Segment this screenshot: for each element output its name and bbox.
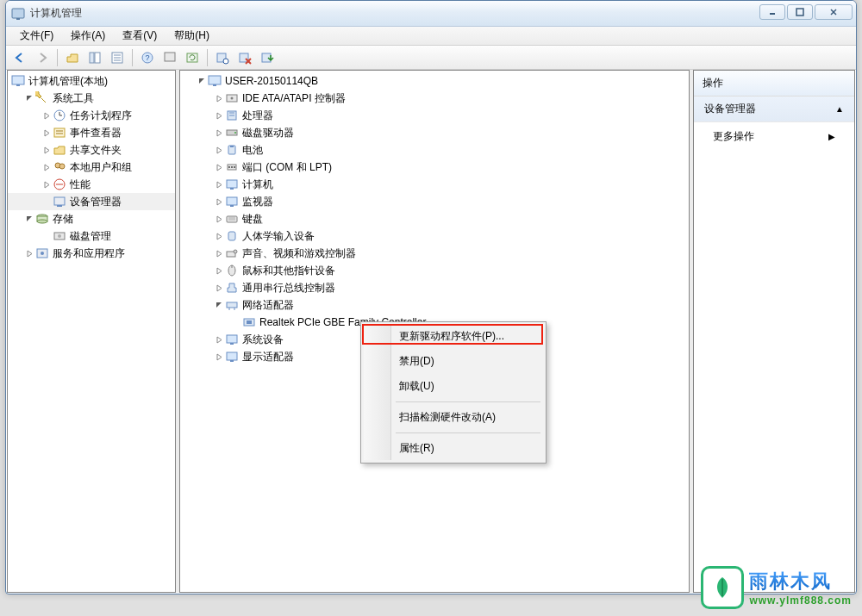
collapse-icon[interactable]: [25, 94, 34, 103]
cm-uninstall[interactable]: 卸载(U): [363, 374, 544, 399]
collapse-icon[interactable]: [197, 77, 206, 85]
show-hide-tree-button[interactable]: [84, 47, 105, 68]
cm-sep: [396, 432, 540, 433]
category-network-adapters[interactable]: 网络适配器: [180, 296, 689, 314]
tree-item-event-viewer[interactable]: 事件查看器: [8, 124, 175, 141]
actions-section[interactable]: 设备管理器 ▲: [694, 96, 854, 122]
device-category[interactable]: 计算机: [180, 176, 689, 193]
device-category[interactable]: 电池: [180, 141, 689, 159]
uninstall-device-button[interactable]: [234, 47, 255, 68]
window-title: 计算机管理: [30, 6, 82, 21]
menu-view[interactable]: 查看(V): [114, 27, 166, 45]
svg-rect-58: [227, 180, 237, 188]
computer-mgmt-icon: [11, 74, 25, 88]
expand-icon[interactable]: [215, 215, 223, 223]
device-cat-icon: [225, 212, 239, 226]
device-category[interactable]: IDE ATA/ATAPI 控制器: [180, 90, 689, 107]
device-cat-icon: [225, 126, 239, 140]
expand-icon[interactable]: [215, 266, 223, 275]
device-category[interactable]: 键盘: [180, 210, 689, 227]
tree-item-disk-mgmt[interactable]: 磁盘管理: [8, 227, 175, 245]
device-category[interactable]: 磁盘驱动器: [180, 124, 689, 141]
expand-icon[interactable]: [215, 283, 223, 292]
tree-item-performance[interactable]: 性能: [8, 176, 175, 193]
device-category[interactable]: 监视器: [180, 193, 689, 210]
up-level-button[interactable]: [62, 47, 83, 68]
expand-icon[interactable]: [42, 111, 51, 120]
svg-rect-76: [230, 343, 234, 345]
refresh-button[interactable]: [182, 47, 203, 68]
expand-icon[interactable]: [215, 197, 223, 206]
expand-icon[interactable]: [215, 94, 223, 103]
tree-item-device-manager[interactable]: 设备管理器: [8, 193, 175, 210]
menu-action[interactable]: 操作(A): [62, 27, 114, 45]
tree-item-task-scheduler[interactable]: 任务计划程序: [8, 107, 175, 124]
device-category[interactable]: 鼠标和其他指针设备: [180, 262, 689, 279]
update-driver-button[interactable]: [257, 47, 278, 68]
cm-scan-hw[interactable]: 扫描检测硬件改动(A): [363, 405, 544, 430]
cm-properties[interactable]: 属性(R): [363, 436, 544, 461]
tree-label: 计算机管理(本地): [28, 72, 108, 90]
expand-icon[interactable]: [215, 249, 223, 258]
tree-label: 系统工具: [53, 90, 94, 107]
svg-rect-43: [209, 76, 221, 84]
tree-section-system-tools[interactable]: 系统工具: [8, 90, 175, 107]
collapse-icon[interactable]: [25, 215, 34, 223]
tree-item-shared-folders[interactable]: 共享文件夹: [8, 141, 175, 159]
cm-disable[interactable]: 禁用(D): [363, 349, 544, 374]
svg-rect-74: [247, 320, 252, 324]
console-btn[interactable]: [159, 47, 180, 68]
expand-icon[interactable]: [215, 232, 223, 240]
svg-rect-65: [228, 232, 235, 240]
menu-help[interactable]: 帮助(H): [166, 27, 218, 45]
menubar: 文件(F) 操作(A) 查看(V) 帮助(H): [6, 27, 856, 46]
device-category[interactable]: 处理器: [180, 107, 689, 124]
minimize-button[interactable]: [759, 4, 785, 20]
device-category[interactable]: 通用串行总线控制器: [180, 279, 689, 296]
close-button[interactable]: [815, 4, 853, 20]
properties-button[interactable]: [107, 47, 128, 68]
device-mgr-icon: [53, 195, 66, 208]
services-icon: [35, 246, 49, 260]
device-root[interactable]: USER-20150114QB: [180, 72, 689, 90]
tree-item-local-users[interactable]: 本地用户和组: [8, 159, 175, 176]
help-button[interactable]: ?: [137, 47, 158, 68]
maximize-button[interactable]: [787, 4, 813, 20]
expand-icon[interactable]: [25, 249, 34, 258]
back-button[interactable]: [9, 47, 30, 68]
svg-rect-70: [227, 302, 237, 308]
expand-icon[interactable]: [42, 128, 51, 137]
scan-hw-button[interactable]: [212, 47, 233, 68]
expand-icon[interactable]: [215, 146, 223, 154]
svg-rect-53: [230, 146, 234, 147]
device-category[interactable]: 端口 (COM 和 LPT): [180, 159, 689, 176]
expand-icon[interactable]: [215, 128, 223, 137]
svg-rect-0: [12, 9, 24, 18]
device-category[interactable]: 声音、视频和游戏控制器: [180, 245, 689, 262]
forward-button[interactable]: [32, 47, 53, 68]
titlebar: 计算机管理: [6, 1, 856, 27]
expand-icon[interactable]: [215, 352, 223, 361]
expand-icon[interactable]: [42, 163, 51, 171]
tree-section-services[interactable]: 服务和应用程序: [8, 245, 175, 262]
svg-point-46: [231, 97, 234, 100]
svg-rect-1: [16, 18, 20, 20]
menu-file[interactable]: 文件(F): [11, 27, 62, 45]
expand-icon[interactable]: [215, 335, 223, 344]
collapse-icon[interactable]: [215, 301, 223, 309]
tree-section-storage[interactable]: 存储: [8, 210, 175, 227]
device-category[interactable]: 人体学输入设备: [180, 227, 689, 245]
device-cat-icon: [225, 91, 239, 105]
app-icon: [11, 7, 25, 21]
device-cat-icon: [225, 281, 239, 295]
more-actions-item[interactable]: 更多操作 ▶: [694, 122, 854, 151]
expand-icon[interactable]: [215, 180, 223, 189]
expand-icon[interactable]: [215, 163, 223, 171]
expand-icon[interactable]: [215, 111, 223, 120]
toolbar: ?: [6, 46, 856, 70]
tree-root[interactable]: 计算机管理(本地): [8, 72, 175, 90]
expand-icon[interactable]: [42, 146, 51, 154]
svg-rect-75: [227, 335, 237, 343]
cm-update-driver[interactable]: 更新驱动程序软件(P)...: [363, 324, 544, 349]
expand-icon[interactable]: [42, 180, 51, 189]
